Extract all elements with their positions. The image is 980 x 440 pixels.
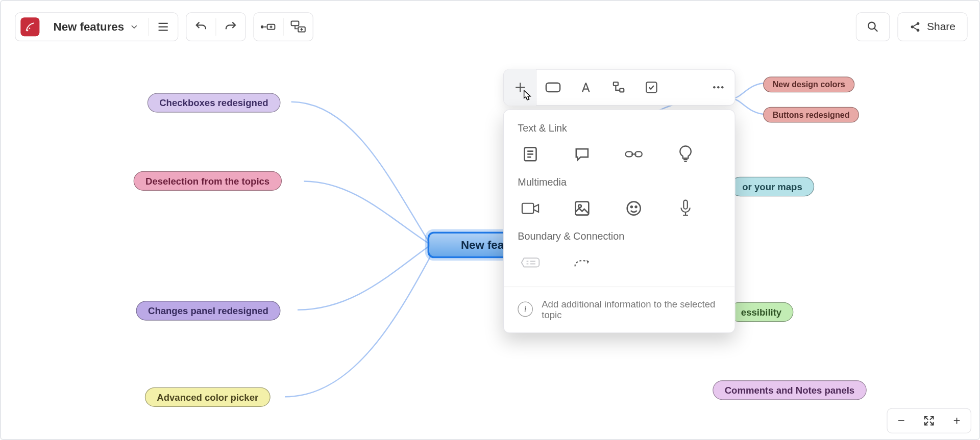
section-multimedia: Multimedia <box>518 177 721 188</box>
node-buttons-redesigned[interactable]: Buttons redesigned <box>763 107 859 123</box>
add-comment-button[interactable] <box>571 143 593 165</box>
svg-point-12 <box>713 86 716 89</box>
svg-point-22 <box>631 206 632 208</box>
svg-point-13 <box>717 86 720 89</box>
zoom-controls <box>887 408 971 433</box>
zoom-out-button[interactable] <box>888 408 915 433</box>
section-text-link: Text & Link <box>518 123 721 134</box>
node-new-design-colors[interactable]: New design colors <box>763 76 854 92</box>
node-checkboxes[interactable]: Checkboxes redesigned <box>148 93 280 112</box>
comment-icon <box>573 145 591 163</box>
svg-point-20 <box>578 204 581 208</box>
node-your-maps[interactable]: or your maps <box>730 177 814 196</box>
tree-icon <box>611 81 625 94</box>
boundary-icon <box>520 255 541 269</box>
rectangle-icon <box>545 82 561 93</box>
add-note-button[interactable] <box>519 143 542 165</box>
svg-rect-10 <box>620 89 624 92</box>
fit-icon <box>923 415 935 426</box>
mindmap-canvas[interactable]: Checkboxes redesigned Deselection from t… <box>1 1 980 440</box>
checkbox-icon <box>645 81 658 94</box>
add-video-button[interactable] <box>519 197 542 219</box>
video-icon <box>521 201 540 216</box>
add-content-panel: Text & Link Multimedia <box>503 110 736 333</box>
node-color-picker[interactable]: Advanced color picker <box>145 387 271 407</box>
shape-button[interactable] <box>536 69 569 106</box>
svg-rect-8 <box>546 83 560 92</box>
node-changes-panel[interactable]: Changes panel redesigned <box>136 301 281 320</box>
svg-point-21 <box>627 202 641 215</box>
add-link-button[interactable] <box>622 143 645 165</box>
add-idea-button[interactable] <box>674 143 697 165</box>
plus-icon <box>952 416 962 426</box>
add-image-button[interactable] <box>571 197 593 219</box>
svg-rect-24 <box>683 200 687 209</box>
svg-rect-18 <box>522 203 533 214</box>
add-content-button[interactable] <box>504 69 536 106</box>
add-audio-button[interactable] <box>674 197 697 219</box>
add-boundary-button <box>519 251 542 274</box>
fit-button[interactable] <box>915 408 943 433</box>
link-icon <box>624 148 643 160</box>
panel-footer-text: Add additional information to the select… <box>542 298 721 320</box>
svg-rect-19 <box>575 202 589 215</box>
svg-point-14 <box>721 86 724 89</box>
add-connection-button[interactable] <box>571 251 593 274</box>
microphone-icon <box>678 199 693 218</box>
structure-button[interactable] <box>602 69 635 106</box>
add-emoji-button[interactable] <box>622 197 645 219</box>
zoom-in-button[interactable] <box>943 408 970 433</box>
svg-rect-11 <box>646 82 656 92</box>
node-deselection[interactable]: Deselection from the topics <box>134 171 282 191</box>
task-button[interactable] <box>635 69 668 106</box>
plus-icon <box>513 81 527 94</box>
minus-icon <box>896 416 906 426</box>
image-icon <box>573 199 591 217</box>
section-boundary: Boundary & Connection <box>518 231 721 242</box>
emoji-icon <box>625 199 643 217</box>
text-a-icon <box>579 81 593 94</box>
svg-rect-9 <box>614 82 618 86</box>
panel-footer: i Add additional information to the sele… <box>518 291 721 329</box>
text-style-button[interactable] <box>570 69 602 106</box>
node-accessibility[interactable]: essibility <box>729 302 793 322</box>
node-comments-notes[interactable]: Comments and Notes panels <box>713 380 866 400</box>
more-button[interactable] <box>702 69 734 106</box>
info-icon: i <box>518 302 533 317</box>
connection-icon <box>573 256 592 269</box>
lightbulb-icon <box>677 145 694 164</box>
context-toolbar <box>503 69 736 106</box>
dots-icon <box>712 81 725 94</box>
svg-point-23 <box>635 206 637 208</box>
note-icon <box>522 145 540 163</box>
